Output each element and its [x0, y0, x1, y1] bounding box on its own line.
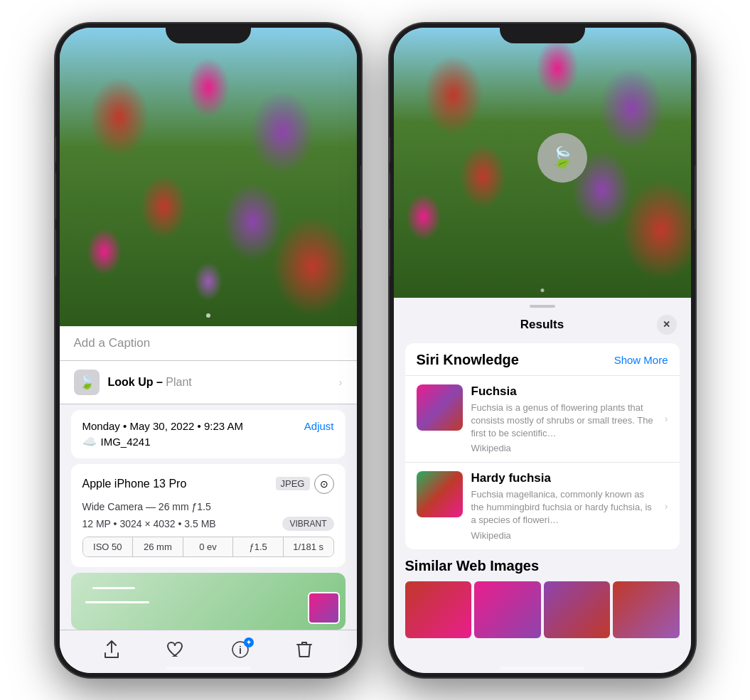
flower-image [60, 28, 357, 326]
camera-settings-icon[interactable]: ⊙ [314, 474, 334, 494]
jpeg-badge: JPEG [276, 477, 310, 490]
exif-row: ISO 50 26 mm 0 ev ƒ1.5 1/181 s [82, 537, 334, 557]
meta-section: Monday • May 30, 2022 • 9:23 AM Adjust ☁… [71, 410, 345, 458]
similar-title: Similar Web Images [405, 558, 680, 574]
info-area: Add a Caption 🍃 Look Up – Plant › Monday… [60, 326, 357, 673]
similar-image-4[interactable] [613, 581, 680, 638]
similar-images-section: Similar Web Images [405, 558, 680, 638]
notch-right [500, 23, 585, 43]
date-text: Monday • May 30, 2022 • 9:23 AM [82, 420, 243, 432]
lookup-chevron: › [339, 377, 343, 388]
siri-leaf-icon: 🍃 [550, 146, 574, 169]
siri-bubble-dot [540, 289, 544, 292]
fuchsia-name: Fuchsia [471, 384, 656, 399]
map-photo-thumb [308, 592, 340, 624]
svg-text:i: i [239, 645, 242, 656]
hardy-thumbnail [417, 471, 463, 517]
fuchsia-chevron: › [665, 413, 668, 424]
fuchsia-description: Fuchsia is a genus of flowering plants t… [471, 402, 656, 441]
hardy-chevron: › [665, 500, 668, 512]
map-road-2 [85, 601, 149, 603]
hardy-source: Wikipedia [471, 530, 656, 541]
map-road-1 [92, 587, 135, 589]
fuchsia-thumbnail [417, 384, 463, 431]
device-badges: JPEG ⊙ [276, 474, 334, 494]
exif-iso: ISO 50 [83, 537, 134, 556]
caption-placeholder: Add a Caption [74, 336, 151, 350]
results-panel: Results ✕ Siri Knowledge Show More [394, 298, 691, 673]
map-section[interactable] [71, 573, 345, 630]
hardy-description: Fuchsia magellanica, commonly known as t… [471, 488, 656, 527]
knowledge-header: Siri Knowledge Show More [405, 343, 680, 375]
favorite-button[interactable] [166, 641, 185, 662]
show-more-button[interactable]: Show More [614, 354, 668, 366]
info-button[interactable]: i ✦ [231, 640, 250, 663]
close-button[interactable]: ✕ [657, 315, 677, 335]
right-phone: 🍃 Results ✕ Siri Knowledge Show More [390, 23, 695, 677]
left-phone: Add a Caption 🍃 Look Up – Plant › Monday… [55, 23, 361, 677]
exif-shutter: 1/181 s [284, 537, 333, 556]
knowledge-title: Siri Knowledge [417, 352, 519, 368]
delete-button[interactable] [296, 640, 312, 663]
siri-knowledge-section: Siri Knowledge Show More Fuchsia Fuchsia… [405, 343, 680, 549]
share-button[interactable] [104, 640, 119, 663]
exif-focal: 26 mm [133, 537, 183, 556]
camera-spec: Wide Camera — 26 mm ƒ1.5 [82, 501, 334, 512]
info-badge: ✦ [244, 637, 254, 647]
knowledge-item-fuchsia[interactable]: Fuchsia Fuchsia is a genus of flowering … [405, 375, 680, 463]
caption-field[interactable]: Add a Caption [60, 326, 357, 361]
similar-image-2[interactable] [474, 581, 541, 638]
lookup-row[interactable]: 🍃 Look Up – Plant › [60, 361, 357, 404]
lookup-text: Look Up – Plant [108, 376, 192, 389]
hardy-name: Hardy fuchsia [471, 471, 656, 485]
hardy-content: Hardy fuchsia Fuchsia magellanica, commo… [471, 471, 656, 541]
right-photo-display: 🍃 [394, 28, 691, 298]
fuchsia-source: Wikipedia [471, 443, 656, 453]
siri-visual-lookup-bubble[interactable]: 🍃 [537, 133, 587, 183]
cloud-icon: ☁️ [82, 435, 97, 448]
fuchsia-content: Fuchsia Fuchsia is a genus of flowering … [471, 384, 656, 454]
filename-text: IMG_4241 [101, 436, 151, 448]
device-section: Apple iPhone 13 Pro JPEG ⊙ Wide Camera —… [71, 464, 345, 567]
camera-resolution: 12 MP • 3024 × 4032 • 3.5 MB [82, 518, 216, 529]
lookup-icon: 🍃 [74, 370, 100, 395]
adjust-button[interactable]: Adjust [304, 420, 334, 432]
right-screen: 🍃 Results ✕ Siri Knowledge Show More [394, 28, 691, 673]
filename-row: ☁️ IMG_4241 [82, 435, 334, 448]
similar-image-3[interactable] [544, 581, 611, 638]
knowledge-item-hardy[interactable]: Hardy fuchsia Fuchsia magellanica, commo… [405, 462, 680, 549]
exif-ev: 0 ev [183, 537, 234, 556]
home-indicator-right [500, 667, 585, 670]
notch [166, 23, 251, 43]
camera-spec-row2: 12 MP • 3024 × 4032 • 3.5 MB VIBRANT [82, 517, 334, 531]
results-title: Results [428, 318, 657, 332]
exif-aperture: ƒ1.5 [233, 537, 284, 556]
similar-image-1[interactable] [405, 581, 472, 638]
pagination-dot [206, 313, 210, 318]
device-name: Apple iPhone 13 Pro [82, 478, 187, 490]
photo-display[interactable] [60, 28, 357, 326]
similar-images-grid [405, 581, 680, 638]
home-indicator [166, 667, 251, 670]
results-header: Results ✕ [394, 308, 691, 343]
left-screen: Add a Caption 🍃 Look Up – Plant › Monday… [60, 28, 357, 673]
vibrant-badge: VIBRANT [282, 517, 333, 531]
